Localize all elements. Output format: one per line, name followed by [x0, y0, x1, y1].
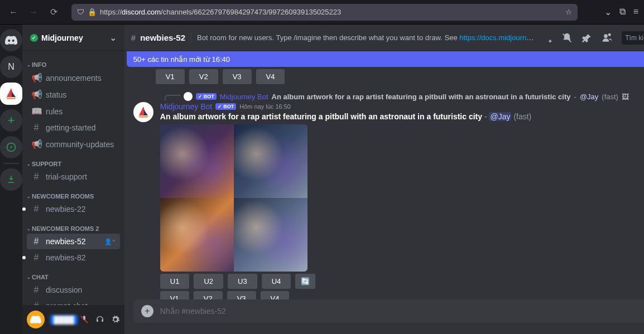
v1-button[interactable]: V1: [160, 291, 189, 299]
browser-bar: ← → ⟳ 🛡 🔒 https://discord.com/channels/6…: [0, 0, 644, 25]
category-header[interactable]: ⌄ NEWCOMER ROOMS: [22, 185, 124, 201]
channel-sidebar: ✓Midjourney ⌄ ⌄ INFO📢announcements📢statu…: [22, 25, 124, 334]
mute-icon[interactable]: [80, 315, 89, 324]
search-input[interactable]: Tìm kiếm🔍: [622, 31, 644, 45]
notifications-icon[interactable]: [561, 32, 573, 43]
explore-servers[interactable]: [0, 136, 22, 158]
chevron-down-icon: ⌄: [109, 32, 117, 43]
reply-context[interactable]: ✓BOT Midjourney Bot An album artwork for…: [156, 92, 644, 101]
extensions-icon[interactable]: ⧉: [619, 7, 626, 17]
threads-icon[interactable]: [541, 32, 552, 43]
v1-button[interactable]: V1: [156, 69, 185, 84]
settings-icon[interactable]: [111, 315, 120, 324]
image-icon: 🖼: [622, 93, 629, 101]
download-apps[interactable]: [0, 168, 22, 191]
u4-button[interactable]: U4: [262, 274, 291, 289]
user-panel: ████: [22, 305, 124, 334]
channel-discussion[interactable]: #discussion: [27, 282, 120, 298]
bookmark-icon[interactable]: ☆: [565, 8, 572, 16]
pocket-icon[interactable]: ⌄: [604, 7, 612, 17]
add-server[interactable]: +: [0, 109, 22, 132]
channel-newbies-22[interactable]: #newbies-22: [27, 201, 120, 217]
v3-button[interactable]: V3: [223, 69, 252, 84]
bot-avatar[interactable]: [133, 102, 153, 122]
svg-point-2: [604, 34, 608, 38]
create-invite-icon[interactable]: 👤⁺: [104, 238, 116, 245]
reroll-button[interactable]: 🔄: [295, 274, 315, 289]
message-list[interactable]: V1V2V3V4 ✓BOT Midjourney Bot An album ar…: [124, 67, 644, 299]
message: Midjourney Bot ✓BOT Hôm nay lúc 16:50 An…: [133, 102, 644, 299]
channel-topic[interactable]: Bot room for new users. Type /imagine th…: [197, 33, 536, 42]
channel-community-updates[interactable]: 📢community-updates: [27, 136, 120, 152]
channel-newbies-52[interactable]: #newbies-52👤⁺: [27, 234, 120, 249]
server-header[interactable]: ✓Midjourney ⌄: [22, 25, 124, 51]
channel-getting-started[interactable]: #getting-started: [27, 120, 120, 135]
category-header[interactable]: ⌄ SUPPORT: [22, 153, 124, 168]
channel-prompt-chat[interactable]: #prompt-chat: [27, 298, 120, 305]
message-timestamp: Hôm nay lúc 16:50: [239, 103, 291, 110]
message-author[interactable]: Midjourney Bot: [160, 102, 212, 111]
message-input[interactable]: + Nhắn #newbies-52 🎁 GIF 🗂 😀: [133, 299, 644, 323]
sailboat-icon: [4, 87, 18, 100]
username[interactable]: ████: [50, 315, 78, 325]
avatar[interactable]: [27, 311, 45, 328]
server-list: N +: [0, 25, 22, 334]
back-button[interactable]: ←: [6, 4, 21, 20]
v4-button[interactable]: V4: [256, 69, 285, 84]
server-n[interactable]: N: [0, 56, 22, 78]
v4-button[interactable]: V4: [261, 291, 290, 299]
verified-icon: ✓: [30, 34, 38, 42]
channel-status[interactable]: 📢status: [27, 86, 120, 103]
message-content: An album artwork for a rap artist featur…: [160, 112, 644, 121]
v2-button[interactable]: V2: [189, 69, 218, 84]
channel-announcements[interactable]: 📢announcements: [27, 70, 120, 86]
category-header[interactable]: ⌄ INFO: [22, 54, 124, 69]
channel-newbies-82[interactable]: #newbies-82: [27, 250, 120, 265]
image-attachment[interactable]: [160, 124, 307, 272]
v2-button[interactable]: V2: [194, 291, 223, 299]
shield-icon: 🛡: [77, 8, 84, 16]
attach-button[interactable]: +: [141, 305, 153, 317]
v3-button[interactable]: V3: [227, 291, 256, 299]
reply-avatar: [184, 92, 193, 101]
category-header[interactable]: ⌄ CHAT: [22, 266, 124, 282]
channel-trial-support[interactable]: #trial-support: [27, 169, 120, 185]
channel-rules[interactable]: 📖rules: [27, 103, 120, 119]
url-bar[interactable]: 🛡 🔒 https://discord.com/channels/6622679…: [71, 4, 578, 21]
forward-button[interactable]: →: [26, 4, 41, 20]
u2-button[interactable]: U2: [194, 274, 223, 289]
channel-toolbar: #newbies-52 Bot room for new users. Type…: [124, 25, 644, 51]
u1-button[interactable]: U1: [160, 274, 190, 289]
members-icon[interactable]: [602, 32, 613, 43]
u3-button[interactable]: U3: [228, 274, 257, 289]
lock-icon: 🔒: [88, 8, 97, 16]
category-header[interactable]: ⌄ NEWCOMER ROOMS 2: [22, 217, 124, 233]
pinned-icon[interactable]: [581, 32, 593, 43]
reload-button[interactable]: ⟳: [46, 4, 61, 20]
deafen-icon[interactable]: [95, 315, 104, 324]
discord-home[interactable]: [0, 29, 22, 51]
new-messages-banner[interactable]: 50+ các tin nhắn mới từ 16:40 Đánh Dấu Đ…: [127, 51, 644, 67]
server-midjourney[interactable]: [0, 83, 22, 105]
main-content: #newbies-52 Bot room for new users. Type…: [124, 25, 644, 334]
menu-icon[interactable]: ≡: [633, 7, 638, 17]
